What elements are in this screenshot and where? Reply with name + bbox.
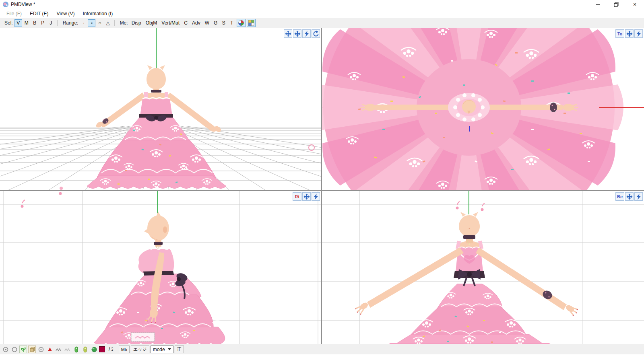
me-s-button[interactable]: S (220, 19, 227, 27)
sel-j-button[interactable]: J (47, 19, 55, 27)
viewport-front-nav: Be (615, 192, 643, 201)
me-t-button[interactable]: T (228, 19, 235, 27)
me-disp-button[interactable]: Disp (130, 19, 143, 27)
minimize-button[interactable] (588, 0, 607, 9)
wave-toggle-2[interactable] (64, 346, 71, 353)
rotate-view-button[interactable] (312, 29, 320, 38)
model-back-view (87, 65, 226, 189)
sel-v-button[interactable]: V (14, 19, 22, 27)
range-label: Range: (63, 20, 78, 26)
model-front-view (355, 212, 578, 344)
bolt-icon (313, 193, 319, 200)
mode-dropdown[interactable]: mode (151, 346, 173, 353)
color-wheel-toggle[interactable] (237, 19, 246, 27)
cube-icon (29, 347, 35, 352)
viewport-right-canvas (0, 191, 321, 344)
sphere-icon (91, 347, 97, 352)
bolt-button[interactable] (634, 192, 643, 201)
range-triangle-button[interactable]: △ (104, 19, 111, 27)
floating-accessory (60, 187, 63, 190)
bolt-icon (636, 31, 642, 37)
wave-icon (56, 348, 62, 352)
restore-icon (614, 2, 619, 7)
green-pill-toggle[interactable] (72, 346, 80, 353)
me-g-button[interactable]: G (212, 19, 219, 27)
move-view-button[interactable] (302, 192, 311, 201)
me-w-button[interactable]: W (203, 19, 211, 27)
move-view-button[interactable] (625, 29, 634, 38)
edge-color-swatch[interactable] (99, 346, 105, 352)
menu-view[interactable]: View (V) (52, 10, 78, 18)
viewport-back[interactable] (0, 28, 321, 190)
menu-information[interactable]: Information (I) (79, 10, 117, 18)
quad-view-icon (248, 20, 254, 26)
slash-mi-button[interactable]: /ミ (106, 346, 118, 353)
viewport-grid: To (0, 28, 644, 344)
menu-edit[interactable]: EDIT (E) (26, 10, 52, 18)
mb-button[interactable]: Mb (119, 346, 130, 353)
range-square-button[interactable]: ▫ (88, 19, 95, 27)
model-right-view (94, 212, 225, 344)
floating-accessory (309, 145, 314, 150)
window-bottom-edge (0, 354, 644, 362)
bolt-button[interactable] (634, 29, 643, 38)
viewport-top[interactable]: To (322, 28, 644, 190)
sel-b-button[interactable]: B (31, 19, 39, 27)
circle-toggle[interactable] (10, 346, 18, 353)
wave-toggle[interactable] (55, 346, 62, 353)
window-title: PMDView * (11, 2, 35, 7)
move-view-button[interactable] (625, 192, 634, 201)
bolt-button[interactable] (302, 29, 311, 38)
me-objm-button[interactable]: ObjM (144, 19, 159, 27)
window-controls: × (588, 0, 644, 9)
status-bar: /ミ Mb エッジ mode 正 (0, 344, 644, 354)
viewport-top-label[interactable]: To (615, 29, 624, 38)
viewport-front-label[interactable]: Be (615, 192, 624, 201)
viewport-top-canvas (322, 28, 644, 190)
edge-button[interactable]: エッジ (131, 346, 149, 353)
green-pill-icon (74, 346, 78, 353)
sel-label: Sel: (4, 20, 13, 26)
me-label: Me: (120, 20, 128, 26)
move-view-button[interactable] (293, 29, 301, 38)
move-all-views-button[interactable] (284, 29, 292, 38)
record-circle-toggle[interactable] (2, 346, 9, 353)
sel-p-button[interactable]: P (39, 19, 47, 27)
bolt-button[interactable] (312, 192, 320, 201)
circle-dot-icon (3, 347, 8, 352)
sphere-toggle[interactable] (90, 346, 98, 353)
quad-view-toggle[interactable] (247, 19, 256, 27)
floating-accessory (456, 202, 485, 211)
close-button[interactable]: × (625, 0, 644, 9)
viewport-right[interactable]: Ri (0, 191, 321, 344)
sel-m-button[interactable]: M (23, 19, 31, 27)
circle-toggle-2[interactable] (37, 346, 45, 353)
restore-button[interactable] (607, 0, 625, 9)
move-view-icon (294, 31, 301, 37)
move-view-icon (285, 31, 291, 37)
toolbar: Sel: V M B P J Range: · ▫ ○ △ Me: Disp O… (0, 18, 644, 28)
menu-file[interactable]: File (F) (2, 10, 26, 18)
app-icon (2, 1, 9, 8)
title-bar: PMDView * × (0, 0, 644, 9)
sprout-toggle[interactable] (19, 346, 27, 353)
me-c-button[interactable]: C (182, 19, 190, 27)
viewport-top-nav: To (615, 29, 643, 38)
triangle-toggle[interactable] (46, 346, 54, 353)
range-dot-button[interactable]: · (80, 19, 87, 27)
viewport-front[interactable]: Be (322, 191, 644, 344)
sei-button[interactable]: 正 (175, 346, 184, 353)
cube-toggle[interactable] (28, 346, 36, 353)
circle-icon (38, 347, 44, 352)
minimize-icon (596, 4, 600, 5)
dropdown-caret-icon (168, 348, 171, 350)
me-vertmat-button[interactable]: Vert/Mat (159, 19, 182, 27)
yellow-pill-icon (83, 346, 87, 353)
range-circle-button[interactable]: ○ (96, 19, 103, 27)
viewport-right-label[interactable]: Ri (293, 192, 301, 201)
color-wheel-icon (238, 20, 244, 26)
red-triangle-icon (47, 347, 52, 352)
me-adv-button[interactable]: Adv (190, 19, 202, 27)
yellow-pill-toggle[interactable] (81, 346, 89, 353)
wave-icon (64, 348, 71, 352)
